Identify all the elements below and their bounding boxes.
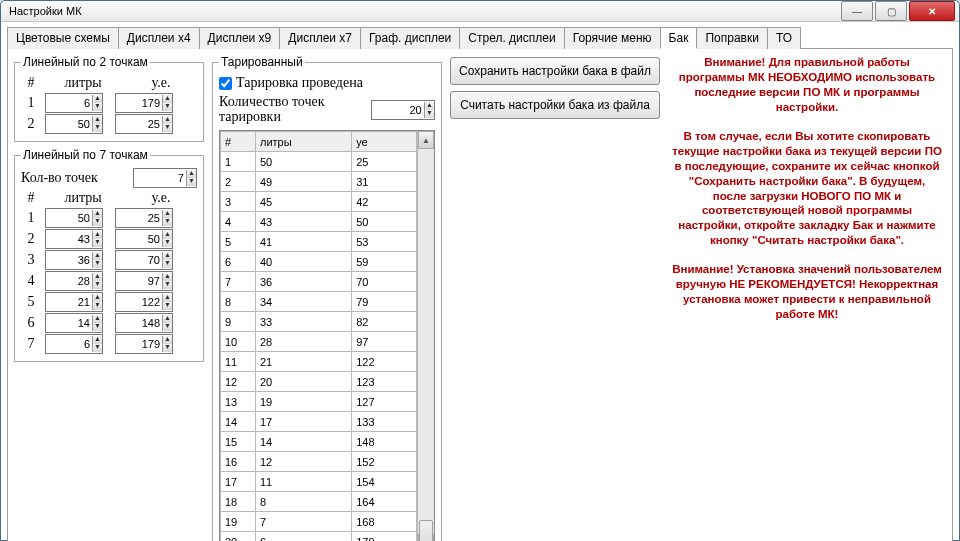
- tab-6[interactable]: Горячие меню: [564, 27, 661, 49]
- table-row[interactable]: 1612152: [221, 452, 417, 472]
- table-row[interactable]: 1121122: [221, 352, 417, 372]
- ue-spinner[interactable]: ▲▼: [115, 229, 173, 249]
- table-row[interactable]: 64059: [221, 252, 417, 272]
- liters-input[interactable]: [46, 296, 92, 308]
- tab-bar: Цветовые схемыДисплеи x4Дисплеи x9Диспле…: [7, 26, 953, 49]
- warning-text-2: В том случае, если Вы хотите скопировать…: [672, 129, 942, 249]
- calibration-done-checkbox[interactable]: Тарировка проведена: [219, 75, 435, 91]
- client-area: Цветовые схемыДисплеи x4Дисплеи x9Диспле…: [1, 22, 959, 541]
- titlebar: Настройки МК — ▢ ✕: [1, 1, 959, 22]
- ue-input[interactable]: [116, 296, 162, 308]
- left-column: Линейный по 2 точкам # литры у.е. 1 ▲▼ ▲…: [14, 55, 204, 541]
- ue-input[interactable]: [116, 97, 162, 109]
- table-row[interactable]: 44350: [221, 212, 417, 232]
- calibration-table-wrap: #литрыуе15025249313454244350541536405973…: [219, 130, 435, 541]
- liters-spinner[interactable]: ▲▼: [45, 334, 103, 354]
- liters-input[interactable]: [46, 233, 92, 245]
- points-count-input[interactable]: [134, 172, 186, 184]
- tarred-group: Тарированный Тарировка проведена Количес…: [212, 55, 442, 541]
- calibration-count-input[interactable]: [372, 104, 424, 116]
- ue-input[interactable]: [116, 118, 162, 130]
- table-row[interactable]: 1711154: [221, 472, 417, 492]
- tab-8[interactable]: Поправки: [696, 27, 767, 49]
- ue-spinner[interactable]: ▲▼: [115, 250, 173, 270]
- ue-input[interactable]: [116, 338, 162, 350]
- ue-spinner[interactable]: ▲▼: [115, 93, 173, 113]
- settings-window: Настройки МК — ▢ ✕ Цветовые схемыДисплеи…: [0, 0, 960, 541]
- tab-9[interactable]: ТО: [767, 27, 801, 49]
- liters-spinner[interactable]: ▲▼: [45, 250, 103, 270]
- liters-spinner[interactable]: ▲▼: [45, 292, 103, 312]
- ue-spinner[interactable]: ▲▼: [115, 292, 173, 312]
- ue-spinner[interactable]: ▲▼: [115, 313, 173, 333]
- warning-text-1: Внимание! Для правильной работы программ…: [672, 55, 942, 115]
- calibration-table[interactable]: #литрыуе15025249313454244350541536405973…: [220, 131, 417, 541]
- middle-column: Тарированный Тарировка проведена Количес…: [212, 55, 442, 541]
- table-row[interactable]: 1220123: [221, 372, 417, 392]
- window-buttons: — ▢ ✕: [839, 1, 955, 21]
- calibration-done-input[interactable]: [219, 77, 232, 90]
- liters-spinner[interactable]: ▲▼: [45, 114, 103, 134]
- table-row[interactable]: 34542: [221, 192, 417, 212]
- table-row[interactable]: 197168: [221, 512, 417, 532]
- table-row[interactable]: 93382: [221, 312, 417, 332]
- save-tank-button[interactable]: Сохранить настройки бака в файл: [450, 57, 660, 85]
- ue-spinner[interactable]: ▲▼: [115, 208, 173, 228]
- tab-3[interactable]: Дисплеи x7: [279, 27, 361, 49]
- liters-input[interactable]: [46, 118, 92, 130]
- scroll-up-icon[interactable]: ▲: [418, 131, 434, 149]
- ue-spinner[interactable]: ▲▼: [115, 114, 173, 134]
- liters-spinner[interactable]: ▲▼: [45, 313, 103, 333]
- liters-spinner[interactable]: ▲▼: [45, 271, 103, 291]
- calibration-count-spinner[interactable]: ▲▼: [371, 100, 435, 120]
- table-row[interactable]: 1319127: [221, 392, 417, 412]
- liters-spinner[interactable]: ▲▼: [45, 229, 103, 249]
- action-buttons-column: Сохранить настройки бака в файл Считать …: [450, 55, 660, 541]
- scroll-thumb[interactable]: [419, 520, 433, 541]
- liters-input[interactable]: [46, 97, 92, 109]
- table-row[interactable]: 54153: [221, 232, 417, 252]
- linear-7-group: Линейный по 7 точкам Кол-во точек ▲▼ # л…: [14, 148, 204, 362]
- maximize-button[interactable]: ▢: [875, 1, 907, 21]
- table-row[interactable]: 15025: [221, 152, 417, 172]
- table-row[interactable]: 206179: [221, 532, 417, 541]
- table-row[interactable]: 24931: [221, 172, 417, 192]
- ue-input[interactable]: [116, 212, 162, 224]
- tab-4[interactable]: Граф. дисплеи: [360, 27, 460, 49]
- liters-spinner[interactable]: ▲▼: [45, 93, 103, 113]
- ue-input[interactable]: [116, 275, 162, 287]
- linear-row: 2 ▲▼ ▲▼: [21, 229, 197, 249]
- liters-input[interactable]: [46, 254, 92, 266]
- table-row[interactable]: 73670: [221, 272, 417, 292]
- linear-row: 6 ▲▼ ▲▼: [21, 313, 197, 333]
- spinner-arrows[interactable]: ▲▼: [186, 170, 196, 186]
- points-count-spinner[interactable]: ▲▼: [133, 168, 197, 188]
- ue-input[interactable]: [116, 254, 162, 266]
- ue-spinner[interactable]: ▲▼: [115, 334, 173, 354]
- table-row[interactable]: 102897: [221, 332, 417, 352]
- liters-input[interactable]: [46, 317, 92, 329]
- liters-input[interactable]: [46, 212, 92, 224]
- liters-input[interactable]: [46, 338, 92, 350]
- tab-0[interactable]: Цветовые схемы: [7, 27, 119, 49]
- table-row[interactable]: 1417133: [221, 412, 417, 432]
- table-row[interactable]: 188164: [221, 492, 417, 512]
- spinner-arrows[interactable]: ▲▼: [424, 102, 434, 118]
- table-row[interactable]: 1514148: [221, 432, 417, 452]
- load-tank-button[interactable]: Считать настройки бака из файла: [450, 91, 660, 119]
- ue-input[interactable]: [116, 317, 162, 329]
- ue-spinner[interactable]: ▲▼: [115, 271, 173, 291]
- ue-input[interactable]: [116, 233, 162, 245]
- close-button[interactable]: ✕: [909, 1, 955, 21]
- liters-spinner[interactable]: ▲▼: [45, 208, 103, 228]
- linear-row: 1 ▲▼ ▲▼: [21, 93, 197, 113]
- liters-input[interactable]: [46, 275, 92, 287]
- table-scrollbar[interactable]: ▲ ▼: [417, 131, 434, 541]
- table-row[interactable]: 83479: [221, 292, 417, 312]
- tab-2[interactable]: Дисплеи x9: [199, 27, 281, 49]
- tab-7[interactable]: Бак: [660, 27, 698, 49]
- tab-1[interactable]: Дисплеи x4: [118, 27, 200, 49]
- minimize-button[interactable]: —: [841, 1, 873, 21]
- tab-5[interactable]: Стрел. дисплеи: [459, 27, 564, 49]
- warning-column: Внимание! Для правильной работы программ…: [668, 55, 946, 541]
